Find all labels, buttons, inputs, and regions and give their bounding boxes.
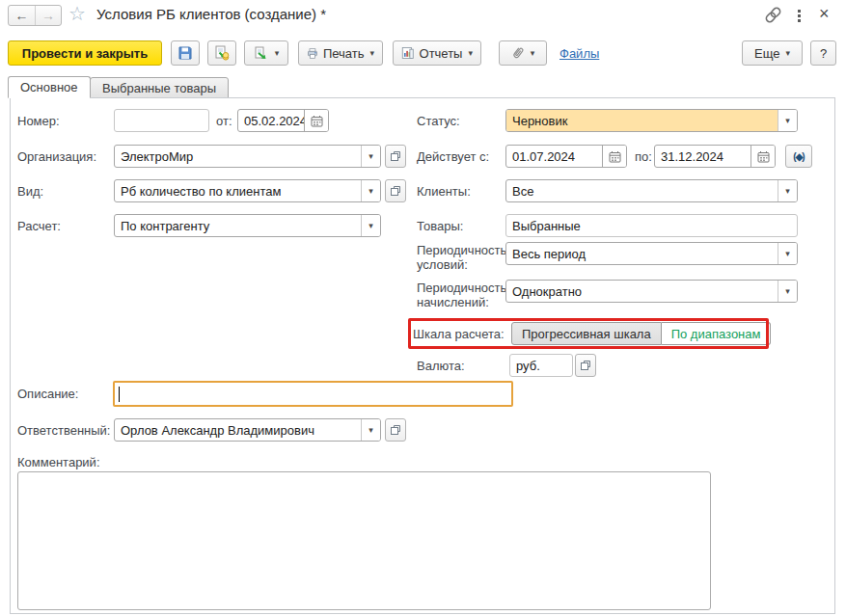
organization-value: ЭлектроМир — [115, 146, 361, 167]
scale-option-progressive[interactable]: Прогрессивная шкала — [511, 322, 662, 345]
chevron-down-icon[interactable]: ▾ — [361, 146, 380, 167]
calculation-label: Расчет: — [17, 219, 61, 233]
document-window: ← → ☆ Условия РБ клиентов (создание) * ×… — [0, 0, 846, 616]
currency-label: Валюта: — [417, 359, 465, 373]
clients-label: Клиенты: — [417, 184, 471, 199]
chevron-down-icon[interactable]: ▾ — [778, 281, 797, 302]
tab-selected-goods[interactable]: Выбранные товары — [90, 77, 229, 98]
chevron-down-icon: ▾ — [369, 48, 374, 58]
printer-icon — [307, 46, 318, 61]
calendar-icon[interactable] — [750, 146, 775, 167]
close-icon[interactable]: × — [819, 6, 830, 21]
save-icon — [177, 45, 193, 61]
number-label: Номер: — [17, 114, 60, 128]
chevron-down-icon: ▾ — [275, 48, 280, 58]
calendar-icon[interactable] — [304, 110, 328, 131]
reports-button[interactable]: Отчеты ▾ — [393, 40, 481, 66]
comment-label: Комментарий: — [17, 455, 100, 469]
calculation-value: По контрагенту — [115, 215, 361, 236]
files-link[interactable]: Файлы — [559, 46, 599, 61]
calculation-combobox[interactable]: По контрагенту ▾ — [114, 214, 381, 237]
paperclip-icon — [511, 45, 525, 61]
currency-open-button[interactable] — [575, 354, 596, 377]
open-icon — [580, 360, 591, 371]
more-button[interactable]: Еще ▾ — [742, 40, 803, 66]
text-caret — [119, 387, 120, 402]
tab-main[interactable]: Основное — [8, 76, 91, 98]
link-icon[interactable] — [764, 6, 782, 27]
reports-label: Отчеты — [420, 46, 463, 61]
print-button[interactable]: Печать ▾ — [298, 40, 383, 66]
valid-from-value: 01.07.2024 — [506, 146, 602, 167]
open-icon — [390, 150, 401, 162]
doc-date-input[interactable]: 05.02.2024 — [237, 109, 329, 132]
post-and-close-label: Провести и закрыть — [22, 46, 148, 61]
favorites-star-icon[interactable]: ☆ — [68, 4, 86, 23]
forward-icon[interactable]: → — [35, 6, 61, 25]
goods-value: Выбранные — [512, 219, 581, 233]
doc-date-value: 05.02.2024 — [238, 110, 304, 131]
nav-history-group: ← → — [8, 5, 62, 26]
valid-to-label: по: — [635, 149, 652, 164]
tab-main-label: Основное — [20, 80, 78, 94]
conditions-periodicity-value: Весь период — [506, 243, 778, 264]
valid-to-input[interactable]: 31.12.2024 — [654, 145, 776, 168]
calendar-icon[interactable] — [602, 146, 626, 167]
chevron-down-icon: ▾ — [468, 48, 473, 58]
tab-selected-goods-label: Выбранные товары — [102, 81, 216, 95]
conditions-periodicity-combobox[interactable]: Весь период ▾ — [505, 242, 798, 265]
comment-textarea[interactable] — [17, 471, 711, 610]
accruals-periodicity-combobox[interactable]: Однократно ▾ — [505, 280, 798, 303]
doc-date-label: от: — [216, 114, 232, 128]
chevron-down-icon[interactable]: ▾ — [361, 180, 380, 201]
scale-option-ranges[interactable]: По диапазонам — [662, 322, 772, 345]
kind-combobox[interactable]: Рб количество по клиентам ▾ — [114, 179, 381, 202]
help-label: ? — [820, 46, 827, 61]
conditions-periodicity-label: Периодичность условий: — [417, 243, 509, 272]
chevron-down-icon[interactable]: ▾ — [778, 243, 797, 264]
chevron-down-icon: ▾ — [531, 48, 535, 58]
clients-value: Все — [506, 180, 778, 201]
post-button[interactable] — [207, 40, 236, 66]
print-label: Печать — [323, 46, 365, 61]
create-based-on-button[interactable]: ▾ — [244, 40, 288, 66]
save-button[interactable] — [171, 40, 200, 66]
kind-value: Рб количество по клиентам — [115, 180, 361, 201]
status-value: Черновик — [506, 110, 778, 131]
organization-combobox[interactable]: ЭлектроМир ▾ — [114, 145, 381, 168]
attachments-button[interactable]: ▾ — [499, 40, 547, 66]
currency-value: руб. — [516, 359, 540, 373]
responsible-combobox[interactable]: Орлов Александр Владимирович ▾ — [114, 418, 381, 442]
help-button[interactable]: ? — [810, 40, 836, 66]
responsible-value: Орлов Александр Владимирович — [115, 419, 361, 441]
create-based-on-icon — [254, 45, 269, 61]
scale-label: Шкала расчета: — [413, 327, 505, 341]
chevron-down-icon[interactable]: ▾ — [778, 180, 797, 201]
goods-label: Товары: — [417, 219, 463, 233]
kind-label: Вид: — [17, 184, 43, 199]
responsible-open-button[interactable] — [385, 418, 406, 442]
description-input[interactable] — [113, 381, 513, 407]
chevron-down-icon[interactable]: ▾ — [361, 215, 380, 236]
open-icon — [390, 424, 401, 436]
kind-open-button[interactable] — [385, 179, 406, 202]
post-and-close-button[interactable]: Провести и закрыть — [8, 40, 162, 66]
reports-icon — [401, 45, 415, 61]
goods-field: Выбранные — [505, 214, 798, 237]
window-title: Условия РБ клиентов (создание) * — [96, 6, 326, 22]
chevron-down-icon[interactable]: ▾ — [361, 419, 380, 441]
chevron-down-icon: ▾ — [785, 48, 790, 58]
open-icon — [390, 185, 401, 197]
number-input[interactable] — [114, 109, 209, 132]
organization-open-button[interactable] — [385, 145, 406, 168]
chevron-down-icon[interactable]: ▾ — [778, 110, 797, 131]
clients-combobox[interactable]: Все ▾ — [505, 179, 798, 202]
kebab-menu-icon[interactable] — [798, 8, 801, 24]
status-combobox[interactable]: Черновик ▾ — [505, 109, 798, 132]
status-label: Статус: — [417, 114, 460, 128]
back-icon[interactable]: ← — [9, 6, 35, 25]
accruals-periodicity-label: Периодичность начислений: — [417, 281, 509, 309]
valid-from-input[interactable]: 01.07.2024 — [505, 145, 627, 168]
currency-input[interactable]: руб. — [509, 354, 573, 377]
period-select-button[interactable]: (◆) — [785, 145, 812, 168]
